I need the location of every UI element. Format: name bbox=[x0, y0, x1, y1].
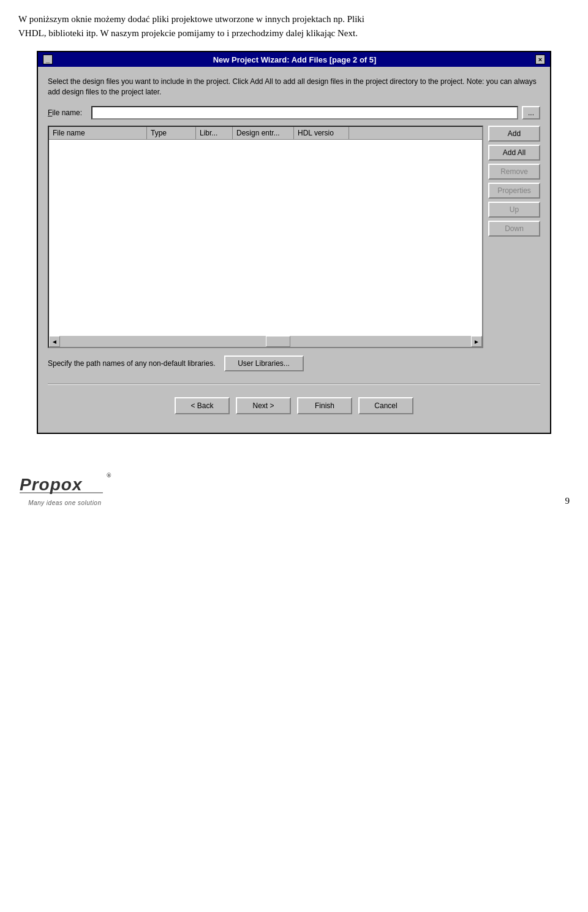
side-buttons: Add Add All Remove Properties Up Down bbox=[488, 126, 540, 348]
propox-logo-graphic: Propox bbox=[18, 471, 104, 498]
logo-area: Propox ® bbox=[18, 471, 111, 498]
col-header-hdl: HDL versio bbox=[294, 127, 349, 139]
intro-line2: VHDL, biblioteki itp. W naszym projekcie… bbox=[18, 28, 358, 38]
up-button[interactable]: Up bbox=[488, 202, 540, 218]
next-button[interactable]: Next > bbox=[236, 397, 291, 414]
col-header-type: Type bbox=[147, 127, 196, 139]
down-button[interactable]: Down bbox=[488, 221, 540, 237]
scroll-thumb[interactable] bbox=[266, 336, 290, 347]
page-footer: Propox ® Many ideas one solution 9 bbox=[0, 458, 588, 519]
scroll-left-arrow[interactable]: ◄ bbox=[49, 336, 60, 347]
intro-paragraph: W poniższym oknie możemy dodać pliki pro… bbox=[18, 12, 570, 40]
dialog-title: New Project Wizard: Add Files [page 2 of… bbox=[54, 55, 535, 64]
minimize-button[interactable]: _ bbox=[43, 55, 53, 64]
add-button[interactable]: Add bbox=[488, 126, 540, 142]
browse-button[interactable]: ... bbox=[522, 106, 540, 120]
title-buttons: × bbox=[535, 55, 545, 64]
description-text: Select the design files you want to incl… bbox=[48, 77, 540, 97]
registered-mark: ® bbox=[107, 472, 111, 479]
brand-logo: Propox ® Many ideas one solution bbox=[18, 471, 111, 506]
user-libraries-text: Specify the path names of any non-defaul… bbox=[48, 359, 216, 368]
table-header: File name Type Libr... Design entr... HD… bbox=[49, 127, 482, 140]
add-all-button[interactable]: Add All bbox=[488, 145, 540, 161]
col-header-design: Design entr... bbox=[233, 127, 294, 139]
col-header-libr: Libr... bbox=[196, 127, 233, 139]
back-button[interactable]: < Back bbox=[175, 397, 230, 414]
col-header-filename: File name bbox=[49, 127, 147, 139]
file-name-input[interactable] bbox=[91, 106, 518, 120]
dialog-content: Select the design files you want to incl… bbox=[38, 67, 550, 433]
user-libraries-row: Specify the path names of any non-defaul… bbox=[48, 355, 540, 371]
file-name-row: File name: ... bbox=[48, 106, 540, 120]
dialog-separator bbox=[48, 384, 540, 385]
files-table-container: File name Type Libr... Design entr... HD… bbox=[48, 126, 483, 348]
scroll-right-arrow[interactable]: ► bbox=[471, 336, 482, 347]
intro-line1: W poniższym oknie możemy dodać pliki pro… bbox=[18, 14, 364, 24]
finish-button[interactable]: Finish bbox=[297, 397, 352, 414]
scroll-track[interactable] bbox=[60, 336, 471, 347]
page-number: 9 bbox=[565, 496, 570, 506]
logo-tagline: Many ideas one solution bbox=[28, 500, 101, 506]
close-button[interactable]: × bbox=[535, 55, 545, 64]
dialog-titlebar: _ New Project Wizard: Add Files [page 2 … bbox=[38, 52, 550, 67]
main-area: File name Type Libr... Design entr... HD… bbox=[48, 126, 540, 348]
horizontal-scrollbar[interactable]: ◄ ► bbox=[49, 336, 482, 347]
svg-text:Propox: Propox bbox=[20, 475, 83, 494]
bottom-navigation: < Back Next > Finish Cancel bbox=[48, 391, 540, 423]
file-name-label: File name: bbox=[48, 108, 88, 117]
properties-button[interactable]: Properties bbox=[488, 183, 540, 199]
remove-button[interactable]: Remove bbox=[488, 164, 540, 180]
table-body[interactable] bbox=[49, 140, 482, 336]
cancel-button[interactable]: Cancel bbox=[358, 397, 413, 414]
user-libraries-button[interactable]: User Libraries... bbox=[224, 355, 304, 371]
wizard-dialog: _ New Project Wizard: Add Files [page 2 … bbox=[37, 51, 551, 434]
